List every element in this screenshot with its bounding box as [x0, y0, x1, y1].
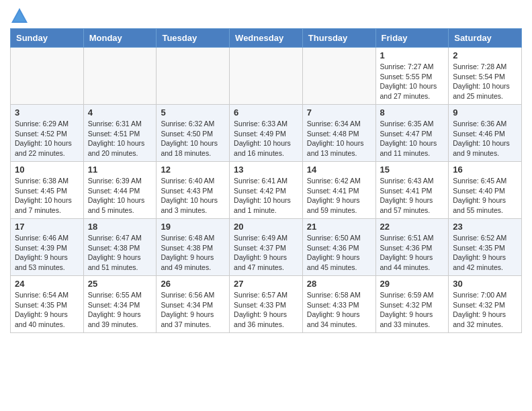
day-number: 22 [380, 222, 445, 232]
week-row-2: 3Sunrise: 6:29 AM Sunset: 4:52 PM Daylig… [11, 105, 522, 162]
day-number: 16 [453, 165, 517, 175]
day-cell: 2Sunrise: 7:28 AM Sunset: 5:54 PM Daylig… [449, 48, 522, 105]
day-cell: 6Sunrise: 6:33 AM Sunset: 4:49 PM Daylig… [230, 105, 303, 162]
week-row-1: 1Sunrise: 7:27 AM Sunset: 5:55 PM Daylig… [11, 48, 522, 105]
day-cell: 10Sunrise: 6:38 AM Sunset: 4:45 PM Dayli… [11, 162, 84, 219]
day-info: Sunrise: 6:58 AM Sunset: 4:33 PM Dayligh… [307, 290, 371, 330]
page-container: SundayMondayTuesdayWednesdayThursdayFrid… [0, 0, 532, 340]
header-sunday: Sunday [11, 29, 84, 48]
day-number: 19 [161, 222, 225, 232]
day-cell: 13Sunrise: 6:41 AM Sunset: 4:42 PM Dayli… [230, 162, 303, 219]
header-tuesday: Tuesday [157, 29, 230, 48]
day-cell: 14Sunrise: 6:42 AM Sunset: 4:41 PM Dayli… [302, 162, 375, 219]
day-number: 24 [15, 279, 79, 289]
day-cell: 21Sunrise: 6:50 AM Sunset: 4:36 PM Dayli… [302, 219, 375, 276]
logo [10, 7, 32, 26]
day-info: Sunrise: 6:55 AM Sunset: 4:34 PM Dayligh… [88, 290, 152, 330]
day-info: Sunrise: 6:42 AM Sunset: 4:41 PM Dayligh… [307, 176, 371, 216]
header-monday: Monday [83, 29, 157, 48]
day-info: Sunrise: 6:45 AM Sunset: 4:40 PM Dayligh… [453, 176, 517, 216]
day-info: Sunrise: 6:47 AM Sunset: 4:38 PM Dayligh… [88, 233, 152, 273]
day-cell: 27Sunrise: 6:57 AM Sunset: 4:33 PM Dayli… [230, 276, 303, 333]
day-info: Sunrise: 6:35 AM Sunset: 4:47 PM Dayligh… [380, 119, 445, 158]
header-row [10, 7, 522, 26]
day-info: Sunrise: 7:27 AM Sunset: 5:55 PM Dayligh… [380, 62, 445, 101]
header-friday: Friday [375, 29, 449, 48]
day-number: 10 [15, 165, 79, 175]
day-cell: 29Sunrise: 6:59 AM Sunset: 4:32 PM Dayli… [375, 276, 449, 333]
day-info: Sunrise: 6:38 AM Sunset: 4:45 PM Dayligh… [15, 176, 79, 216]
day-cell: 9Sunrise: 6:36 AM Sunset: 4:46 PM Daylig… [449, 105, 522, 162]
day-number: 14 [307, 165, 371, 175]
day-cell: 19Sunrise: 6:48 AM Sunset: 4:38 PM Dayli… [157, 219, 230, 276]
day-cell: 30Sunrise: 7:00 AM Sunset: 4:32 PM Dayli… [449, 276, 522, 333]
day-info: Sunrise: 6:31 AM Sunset: 4:51 PM Dayligh… [88, 119, 152, 158]
day-info: Sunrise: 6:49 AM Sunset: 4:37 PM Dayligh… [234, 233, 298, 273]
day-number: 4 [88, 107, 152, 118]
day-info: Sunrise: 6:34 AM Sunset: 4:48 PM Dayligh… [307, 119, 371, 158]
day-cell: 8Sunrise: 6:35 AM Sunset: 4:47 PM Daylig… [375, 105, 449, 162]
day-number: 23 [453, 222, 517, 232]
header-saturday: Saturday [449, 29, 522, 48]
day-cell [83, 48, 157, 105]
logo-icon [10, 7, 29, 26]
day-cell: 11Sunrise: 6:39 AM Sunset: 4:44 PM Dayli… [83, 162, 157, 219]
day-info: Sunrise: 7:28 AM Sunset: 5:54 PM Dayligh… [453, 62, 517, 101]
day-number: 8 [380, 107, 445, 118]
day-cell: 20Sunrise: 6:49 AM Sunset: 4:37 PM Dayli… [230, 219, 303, 276]
day-cell: 3Sunrise: 6:29 AM Sunset: 4:52 PM Daylig… [11, 105, 84, 162]
day-info: Sunrise: 6:41 AM Sunset: 4:42 PM Dayligh… [234, 176, 298, 216]
day-cell: 12Sunrise: 6:40 AM Sunset: 4:43 PM Dayli… [157, 162, 230, 219]
day-number: 29 [380, 279, 445, 289]
day-info: Sunrise: 6:51 AM Sunset: 4:36 PM Dayligh… [380, 233, 445, 273]
day-number: 27 [234, 279, 298, 289]
week-row-4: 17Sunrise: 6:46 AM Sunset: 4:39 PM Dayli… [11, 219, 522, 276]
day-cell [11, 48, 84, 105]
day-number: 12 [161, 165, 225, 175]
day-cell: 5Sunrise: 6:32 AM Sunset: 4:50 PM Daylig… [157, 105, 230, 162]
day-number: 9 [453, 107, 517, 118]
day-cell: 23Sunrise: 6:52 AM Sunset: 4:35 PM Dayli… [449, 219, 522, 276]
day-info: Sunrise: 6:32 AM Sunset: 4:50 PM Dayligh… [161, 119, 225, 158]
day-cell: 16Sunrise: 6:45 AM Sunset: 4:40 PM Dayli… [449, 162, 522, 219]
day-number: 25 [88, 279, 152, 289]
day-number: 28 [307, 279, 371, 289]
day-number: 21 [307, 222, 371, 232]
day-info: Sunrise: 6:40 AM Sunset: 4:43 PM Dayligh… [161, 176, 225, 216]
day-number: 26 [161, 279, 225, 289]
day-info: Sunrise: 6:59 AM Sunset: 4:32 PM Dayligh… [380, 290, 445, 330]
day-info: Sunrise: 6:50 AM Sunset: 4:36 PM Dayligh… [307, 233, 371, 273]
week-row-3: 10Sunrise: 6:38 AM Sunset: 4:45 PM Dayli… [11, 162, 522, 219]
day-info: Sunrise: 6:33 AM Sunset: 4:49 PM Dayligh… [234, 119, 298, 158]
header-thursday: Thursday [302, 29, 375, 48]
day-cell: 28Sunrise: 6:58 AM Sunset: 4:33 PM Dayli… [302, 276, 375, 333]
day-info: Sunrise: 6:46 AM Sunset: 4:39 PM Dayligh… [15, 233, 79, 273]
day-cell: 7Sunrise: 6:34 AM Sunset: 4:48 PM Daylig… [302, 105, 375, 162]
day-cell: 4Sunrise: 6:31 AM Sunset: 4:51 PM Daylig… [83, 105, 157, 162]
day-info: Sunrise: 6:36 AM Sunset: 4:46 PM Dayligh… [453, 119, 517, 158]
day-cell: 25Sunrise: 6:55 AM Sunset: 4:34 PM Dayli… [83, 276, 157, 333]
day-number: 6 [234, 107, 298, 118]
day-info: Sunrise: 6:52 AM Sunset: 4:35 PM Dayligh… [453, 233, 517, 273]
day-number: 17 [15, 222, 79, 232]
day-number: 18 [88, 222, 152, 232]
day-cell: 22Sunrise: 6:51 AM Sunset: 4:36 PM Dayli… [375, 219, 449, 276]
day-cell: 17Sunrise: 6:46 AM Sunset: 4:39 PM Dayli… [11, 219, 84, 276]
day-number: 7 [307, 107, 371, 118]
day-cell [230, 48, 303, 105]
day-cell: 26Sunrise: 6:56 AM Sunset: 4:34 PM Dayli… [157, 276, 230, 333]
header-row-days: SundayMondayTuesdayWednesdayThursdayFrid… [11, 29, 522, 48]
day-cell [302, 48, 375, 105]
day-cell: 1Sunrise: 7:27 AM Sunset: 5:55 PM Daylig… [375, 48, 449, 105]
day-cell: 15Sunrise: 6:43 AM Sunset: 4:41 PM Dayli… [375, 162, 449, 219]
day-number: 5 [161, 107, 225, 118]
day-info: Sunrise: 7:00 AM Sunset: 4:32 PM Dayligh… [453, 290, 517, 330]
day-info: Sunrise: 6:48 AM Sunset: 4:38 PM Dayligh… [161, 233, 225, 273]
day-number: 1 [380, 50, 445, 60]
day-number: 30 [453, 279, 517, 289]
calendar-table: SundayMondayTuesdayWednesdayThursdayFrid… [10, 28, 522, 333]
day-number: 13 [234, 165, 298, 175]
day-cell [157, 48, 230, 105]
day-number: 2 [453, 50, 517, 60]
day-number: 3 [15, 107, 79, 118]
